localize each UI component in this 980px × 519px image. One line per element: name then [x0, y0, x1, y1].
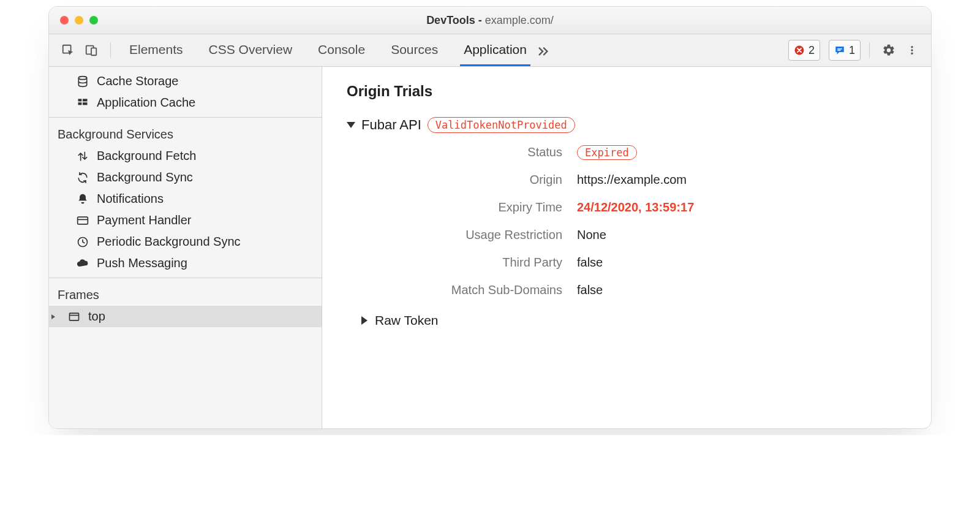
error-icon — [794, 45, 805, 56]
issues-count: 1 — [849, 44, 855, 57]
origin-label: Origin — [379, 173, 562, 187]
sidebar-item-cache-storage[interactable]: Cache Storage — [49, 70, 322, 92]
frame-icon — [67, 311, 81, 323]
toolbar-separator — [110, 42, 111, 58]
devtools-window: DevTools - example.com/ Elements CSS Ove… — [48, 6, 932, 429]
sidebar-item-label: Periodic Background Sync — [97, 235, 241, 249]
svg-point-7 — [911, 49, 913, 51]
svg-rect-4 — [837, 48, 842, 50]
inspect-element-icon[interactable] — [58, 40, 78, 61]
subdomains-value: false — [577, 283, 907, 297]
sidebar-item-application-cache[interactable]: Application Cache — [49, 92, 322, 113]
raw-token-row[interactable]: Raw Token — [360, 313, 907, 328]
errors-badge[interactable]: 2 — [788, 40, 820, 61]
window-title-app: DevTools - — [426, 14, 485, 26]
settings-icon[interactable] — [878, 40, 899, 61]
titlebar: DevTools - example.com/ — [49, 7, 931, 34]
status-label: Status — [379, 145, 562, 159]
sidebar-item-label: Cache Storage — [97, 74, 178, 88]
sidebar-item-periodic-sync[interactable]: Periodic Background Sync — [49, 231, 322, 252]
sidebar-group-cache: Cache Storage Application Cache — [49, 67, 322, 117]
sidebar-item-label: Payment Handler — [97, 213, 192, 227]
minimize-window-button[interactable] — [75, 16, 83, 25]
more-tabs-icon[interactable] — [533, 44, 554, 57]
database-icon — [76, 75, 89, 88]
trial-details-grid: Status Expired Origin https://example.co… — [379, 145, 907, 297]
origin-trials-panel: Origin Trials Fubar API ValidTokenNotPro… — [322, 67, 931, 428]
svg-rect-5 — [837, 50, 840, 51]
origin-value: https://example.com — [577, 173, 907, 187]
status-value: Expired — [577, 145, 907, 159]
sidebar-item-label: Push Messaging — [97, 256, 187, 270]
sidebar-item-label: top — [88, 309, 105, 324]
zoom-window-button[interactable] — [89, 16, 98, 25]
panel-heading: Origin Trials — [347, 83, 907, 100]
expiry-value: 24/12/2020, 13:59:17 — [577, 200, 907, 214]
svg-rect-17 — [70, 313, 79, 320]
sidebar-item-push-messaging[interactable]: Push Messaging — [49, 252, 322, 274]
expiry-label: Expiry Time — [379, 200, 562, 214]
panel-body: Cache Storage Application Cache Backgrou… — [49, 67, 931, 428]
disclosure-triangle-icon[interactable] — [50, 314, 59, 320]
svg-rect-14 — [78, 217, 88, 224]
trial-header[interactable]: Fubar API ValidTokenNotProvided — [347, 117, 907, 133]
svg-rect-12 — [78, 102, 82, 105]
errors-count: 2 — [809, 44, 815, 57]
tab-sources[interactable]: Sources — [387, 34, 442, 66]
usage-label: Usage Restriction — [379, 228, 562, 242]
third-party-value: false — [577, 256, 907, 270]
bell-icon — [76, 193, 89, 205]
sidebar-item-label: Notifications — [97, 192, 164, 206]
token-status-badge: ValidTokenNotProvided — [428, 117, 575, 133]
panel-tabs: Elements CSS Overview Console Sources Ap… — [126, 34, 530, 66]
credit-card-icon — [76, 214, 89, 227]
sidebar-group-title: Background Services — [49, 121, 322, 145]
sidebar-item-background-fetch[interactable]: Background Fetch — [49, 145, 322, 167]
devtools-toolbar: Elements CSS Overview Console Sources Ap… — [49, 34, 931, 67]
toolbar-separator-2 — [869, 42, 870, 58]
cloud-icon — [76, 257, 89, 270]
disclosure-triangle-icon[interactable] — [347, 122, 355, 128]
svg-point-9 — [78, 76, 86, 79]
svg-rect-10 — [78, 99, 82, 101]
clock-icon — [76, 236, 89, 248]
sidebar-item-background-sync[interactable]: Background Sync — [49, 167, 322, 188]
grid-icon — [76, 97, 89, 109]
status-badge: Expired — [577, 145, 637, 160]
more-options-icon[interactable] — [902, 40, 922, 61]
window-title-url: example.com/ — [485, 14, 554, 26]
updown-arrows-icon — [76, 150, 89, 162]
svg-rect-13 — [83, 102, 88, 105]
sidebar-group-title: Frames — [49, 282, 322, 306]
tab-console[interactable]: Console — [314, 34, 369, 66]
trial-name: Fubar API — [361, 117, 421, 133]
third-party-label: Third Party — [379, 256, 562, 270]
subdomains-label: Match Sub-Domains — [379, 283, 562, 297]
tab-application[interactable]: Application — [460, 34, 530, 66]
application-sidebar: Cache Storage Application Cache Backgrou… — [49, 67, 322, 428]
sidebar-item-label: Background Fetch — [97, 149, 196, 163]
window-title: DevTools - example.com/ — [49, 14, 931, 27]
disclosure-triangle-icon[interactable] — [361, 316, 368, 325]
sidebar-item-payment-handler[interactable]: Payment Handler — [49, 210, 322, 231]
svg-rect-11 — [83, 99, 88, 101]
svg-point-6 — [911, 46, 913, 48]
tab-elements[interactable]: Elements — [126, 34, 187, 66]
sidebar-item-frame-top[interactable]: top — [49, 306, 322, 327]
sidebar-item-label: Background Sync — [97, 170, 193, 184]
svg-point-8 — [911, 53, 913, 55]
tab-css-overview[interactable]: CSS Overview — [205, 34, 296, 66]
close-window-button[interactable] — [60, 16, 69, 25]
sync-icon — [76, 172, 89, 184]
sidebar-group-bg-services: Background Services Background Fetch — [49, 117, 322, 278]
device-toolbar-icon[interactable] — [81, 40, 102, 61]
sidebar-item-label: Application Cache — [97, 96, 195, 110]
issues-badge[interactable]: 1 — [829, 40, 861, 61]
usage-value: None — [577, 228, 907, 242]
sidebar-group-frames: Frames top — [49, 278, 322, 331]
window-controls — [49, 16, 98, 25]
svg-rect-2 — [91, 48, 96, 55]
raw-token-label: Raw Token — [375, 313, 439, 328]
sidebar-item-notifications[interactable]: Notifications — [49, 188, 322, 210]
message-icon — [834, 45, 845, 56]
